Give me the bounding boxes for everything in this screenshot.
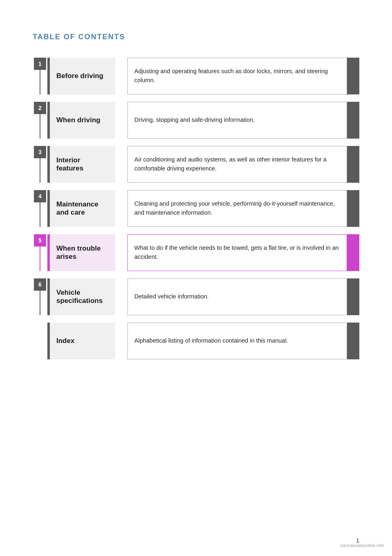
- left-block: Maintenance and care: [47, 190, 115, 227]
- number-line: [40, 70, 40, 94]
- right-accent: [347, 102, 359, 139]
- chapter-name: When trouble arises: [50, 234, 115, 271]
- description-wrapper: Cleaning and protecting your vehicle, pe…: [127, 190, 359, 227]
- left-block: When trouble arises: [47, 234, 115, 271]
- chapter-name: Interior features: [50, 146, 115, 183]
- chapter-number: 1: [34, 58, 46, 70]
- description-wrapper: Detailed vehicle information.: [127, 278, 359, 315]
- number-col: 1: [33, 58, 47, 94]
- row-inner: When trouble arises What to do if the ve…: [47, 234, 359, 271]
- row-inner: Before driving Adjusting and operating f…: [47, 58, 359, 94]
- row-inner: Maintenance and care Cleaning and protec…: [47, 190, 359, 227]
- row-inner: Vehicle specifications Detailed vehicle …: [47, 278, 359, 315]
- toc-list: 1 Before driving Adjusting and operating…: [33, 58, 359, 367]
- description-box: What to do if the vehicle needs to be to…: [127, 234, 347, 271]
- chapter-name: Before driving: [50, 58, 115, 94]
- toc-row[interactable]: 6 Vehicle specifications Detailed vehicl…: [33, 278, 359, 315]
- description-box: Air conditioning and audio systems, as w…: [127, 146, 347, 183]
- toc-row[interactable]: 4 Maintenance and care Cleaning and prot…: [33, 190, 359, 227]
- chapter-number: 5: [34, 234, 46, 247]
- description-box: Adjusting and operating features such as…: [127, 58, 347, 94]
- toc-row[interactable]: 2 When driving Driving, stopping and saf…: [33, 102, 359, 139]
- chapter-name: Vehicle specifications: [50, 278, 115, 315]
- right-accent: [347, 234, 359, 271]
- right-accent: [347, 190, 359, 227]
- number-col: 5: [33, 234, 47, 271]
- description-box: Detailed vehicle information.: [127, 278, 347, 315]
- watermark: carmanualsonline.info: [340, 543, 384, 548]
- toc-row[interactable]: Index Alphabetical listing of informatio…: [33, 323, 359, 359]
- row-inner: When driving Driving, stopping and safe-…: [47, 102, 359, 139]
- description-wrapper: Driving, stopping and safe-driving infor…: [127, 102, 359, 139]
- toc-row[interactable]: 1 Before driving Adjusting and operating…: [33, 58, 359, 94]
- chapter-name: Index: [50, 323, 115, 359]
- toc-title: TABLE OF CONTENTS: [33, 33, 359, 41]
- number-col: 3: [33, 146, 47, 183]
- description-wrapper: What to do if the vehicle needs to be to…: [127, 234, 359, 271]
- chapter-number: 6: [34, 278, 46, 291]
- number-line: [40, 202, 40, 227]
- number-line: [40, 114, 40, 139]
- description-box: Alphabetical listing of information cont…: [127, 323, 347, 359]
- right-accent: [347, 278, 359, 315]
- chapter-name: Maintenance and care: [50, 190, 115, 227]
- row-inner: Index Alphabetical listing of informatio…: [47, 323, 359, 359]
- chapter-name: When driving: [50, 102, 115, 139]
- right-accent: [347, 146, 359, 183]
- left-block: Before driving: [47, 58, 115, 94]
- chapter-number: 3: [34, 146, 46, 158]
- toc-row[interactable]: 3 Interior features Air conditioning and…: [33, 146, 359, 183]
- description-box: Driving, stopping and safe-driving infor…: [127, 102, 347, 139]
- number-col: 4: [33, 190, 47, 227]
- left-block: When driving: [47, 102, 115, 139]
- description-wrapper: Adjusting and operating features such as…: [127, 58, 359, 94]
- number-col: 2: [33, 102, 47, 139]
- description-wrapper: Air conditioning and audio systems, as w…: [127, 146, 359, 183]
- description-wrapper: Alphabetical listing of information cont…: [127, 323, 359, 359]
- left-block: Vehicle specifications: [47, 278, 115, 315]
- left-block: Index: [47, 323, 115, 359]
- toc-row[interactable]: 5 When trouble arises What to do if the …: [33, 234, 359, 271]
- number-col: [33, 323, 47, 359]
- number-line: [40, 158, 40, 183]
- description-box: Cleaning and protecting your vehicle, pe…: [127, 190, 347, 227]
- page-container: TABLE OF CONTENTS 1 Before driving Adjus…: [0, 0, 392, 399]
- number-col: 6: [33, 278, 47, 315]
- right-accent: [347, 58, 359, 94]
- number-line: [40, 291, 40, 315]
- row-inner: Interior features Air conditioning and a…: [47, 146, 359, 183]
- left-block: Interior features: [47, 146, 115, 183]
- chapter-number: 4: [34, 190, 46, 202]
- right-accent: [347, 323, 359, 359]
- chapter-number: 2: [34, 102, 46, 114]
- number-line: [40, 247, 40, 271]
